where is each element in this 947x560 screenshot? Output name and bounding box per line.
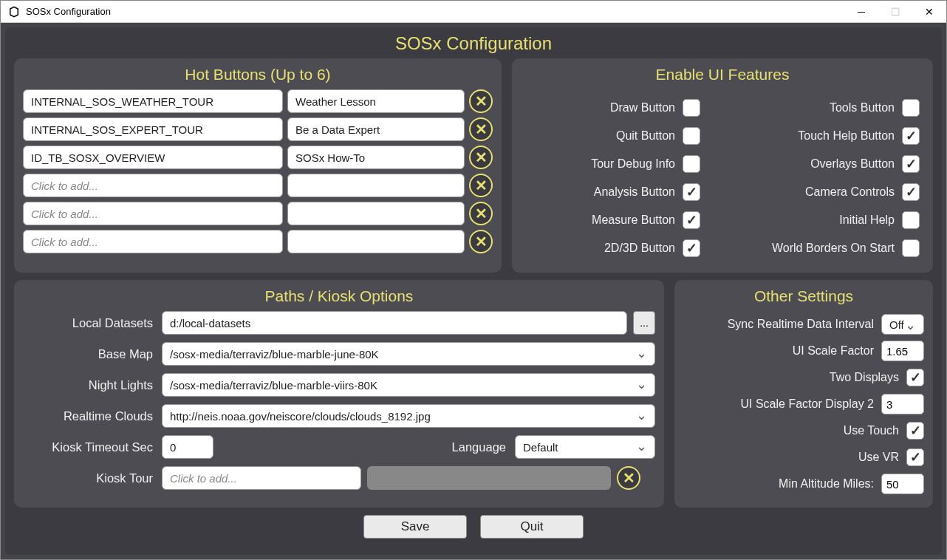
feature-checkbox[interactable] xyxy=(902,239,920,257)
hot-button-id-input[interactable] xyxy=(23,89,283,113)
feature-label: Initial Help xyxy=(839,214,895,227)
realtime-clouds-select[interactable]: http://neis.noaa.gov/neiscore/clouds/clo… xyxy=(162,404,655,428)
ui-scale2-input[interactable] xyxy=(881,394,924,414)
use-touch-label: Use Touch xyxy=(844,424,899,437)
hot-button-delete-button[interactable]: ✕ xyxy=(469,117,493,141)
paths-title: Paths / Kiosk Options xyxy=(23,286,655,311)
feature-checkbox[interactable] xyxy=(902,211,920,229)
x-icon: ✕ xyxy=(475,94,488,109)
feature-checkbox[interactable] xyxy=(902,183,920,201)
ui-features-panel: Enable UI Features Draw Button Tools But… xyxy=(512,58,933,273)
hot-buttons-panel: Hot Buttons (Up to 6) ✕ ✕ ✕ ✕ ✕ ✕ xyxy=(14,58,502,273)
use-vr-checkbox[interactable] xyxy=(906,448,924,466)
realtime-clouds-label: Realtime Clouds xyxy=(23,409,156,423)
hot-button-id-input[interactable] xyxy=(23,202,283,225)
action-buttons: Save Quit xyxy=(5,508,942,543)
feature-row: Quit Button xyxy=(525,122,700,150)
other-settings-title: Other Settings xyxy=(683,286,924,311)
feature-label: World Borders On Start xyxy=(772,242,895,255)
x-icon: ✕ xyxy=(475,234,488,249)
hot-button-id-input[interactable] xyxy=(23,146,283,169)
feature-row: Analysis Button xyxy=(525,178,700,206)
feature-checkbox[interactable] xyxy=(902,127,920,145)
unity-icon xyxy=(7,4,21,19)
save-button[interactable]: Save xyxy=(363,515,467,539)
two-displays-checkbox[interactable] xyxy=(906,369,924,386)
x-icon: ✕ xyxy=(623,471,635,485)
main-panel: SOSx Configuration Hot Buttons (Up to 6)… xyxy=(5,27,942,555)
feature-checkbox[interactable] xyxy=(683,211,700,229)
hot-button-label-input[interactable] xyxy=(287,174,465,197)
feature-row: World Borders On Start xyxy=(745,234,920,262)
window-controls: ─ ☐ ✕ xyxy=(844,1,946,23)
x-icon: ✕ xyxy=(475,122,488,137)
kiosk-timeout-label: Kiosk Timeout Sec xyxy=(23,440,156,454)
kiosk-tour-id-input[interactable] xyxy=(162,466,361,490)
feature-row: 2D/3D Button xyxy=(525,234,700,262)
hot-button-delete-button[interactable]: ✕ xyxy=(469,174,493,197)
hot-button-id-input[interactable] xyxy=(23,117,283,141)
feature-checkbox[interactable] xyxy=(683,99,700,117)
min-altitude-input[interactable] xyxy=(881,474,924,494)
x-icon: ✕ xyxy=(475,178,488,193)
feature-label: Quit Button xyxy=(616,129,675,143)
hot-button-label-input[interactable] xyxy=(287,202,465,225)
hot-button-delete-button[interactable]: ✕ xyxy=(469,202,493,225)
ui-scale-input[interactable] xyxy=(881,341,924,361)
page-title: SOSx Configuration xyxy=(5,27,942,58)
titlebar: SOSx Configuration ─ ☐ ✕ xyxy=(1,1,946,23)
hot-buttons-title: Hot Buttons (Up to 6) xyxy=(23,64,493,89)
minimize-button[interactable]: ─ xyxy=(844,1,878,23)
feature-label: Analysis Button xyxy=(594,185,675,199)
hot-button-row: ✕ xyxy=(23,174,493,197)
sync-interval-label: Sync Realtime Data Interval xyxy=(728,318,874,331)
sync-interval-select[interactable]: Off xyxy=(881,314,924,335)
two-displays-label: Two Displays xyxy=(830,371,899,384)
feature-checkbox[interactable] xyxy=(683,127,700,145)
use-touch-checkbox[interactable] xyxy=(906,422,924,440)
kiosk-timeout-input[interactable] xyxy=(162,435,213,459)
x-icon: ✕ xyxy=(475,206,488,221)
language-select[interactable]: Default xyxy=(515,435,655,459)
hot-button-label-input[interactable] xyxy=(287,146,465,169)
feature-row: Initial Help xyxy=(745,206,920,234)
hot-button-label-input[interactable] xyxy=(287,230,465,253)
hot-button-row: ✕ xyxy=(23,230,493,253)
window-title: SOSx Configuration xyxy=(26,6,844,17)
feature-checkbox[interactable] xyxy=(683,183,700,201)
feature-label: Measure Button xyxy=(592,214,675,227)
feature-row: Measure Button xyxy=(525,206,700,234)
maximize-button[interactable]: ☐ xyxy=(878,1,912,23)
feature-checkbox[interactable] xyxy=(683,239,700,257)
kiosk-tour-label: Kiosk Tour xyxy=(23,471,156,485)
ui-features-title: Enable UI Features xyxy=(521,64,924,89)
feature-label: 2D/3D Button xyxy=(604,242,675,255)
feature-row: Draw Button xyxy=(525,94,700,122)
hot-button-id-input[interactable] xyxy=(23,174,283,197)
feature-checkbox[interactable] xyxy=(683,155,700,173)
app-window: SOSx Configuration ─ ☐ ✕ SOSx Configurat… xyxy=(0,0,947,560)
close-button[interactable]: ✕ xyxy=(912,1,946,23)
hot-button-label-input[interactable] xyxy=(287,89,465,113)
kiosk-tour-label-input[interactable] xyxy=(367,466,611,490)
feature-label: Draw Button xyxy=(610,101,675,115)
hot-button-id-input[interactable] xyxy=(23,230,283,253)
quit-button[interactable]: Quit xyxy=(480,515,584,539)
local-datasets-browse-button[interactable]: ... xyxy=(633,311,655,335)
night-lights-select[interactable]: /sosx-media/terraviz/blue-marble-viirs-8… xyxy=(162,373,655,397)
local-datasets-label: Local Datasets xyxy=(23,316,156,330)
base-map-select[interactable]: /sosx-media/terraviz/blue-marble-june-80… xyxy=(162,342,655,366)
hot-button-row: ✕ xyxy=(23,117,493,141)
kiosk-tour-delete-button[interactable]: ✕ xyxy=(617,466,640,490)
hot-button-row: ✕ xyxy=(23,202,493,225)
hot-button-delete-button[interactable]: ✕ xyxy=(469,89,493,113)
hot-button-delete-button[interactable]: ✕ xyxy=(469,230,493,253)
ui-scale-label: UI Scale Factor xyxy=(793,344,874,358)
hot-button-label-input[interactable] xyxy=(287,117,465,141)
x-icon: ✕ xyxy=(475,150,488,165)
feature-row: Camera Controls xyxy=(745,178,920,206)
feature-checkbox[interactable] xyxy=(902,155,920,173)
hot-button-delete-button[interactable]: ✕ xyxy=(469,146,493,169)
local-datasets-input[interactable] xyxy=(162,311,627,335)
feature-checkbox[interactable] xyxy=(902,99,920,117)
